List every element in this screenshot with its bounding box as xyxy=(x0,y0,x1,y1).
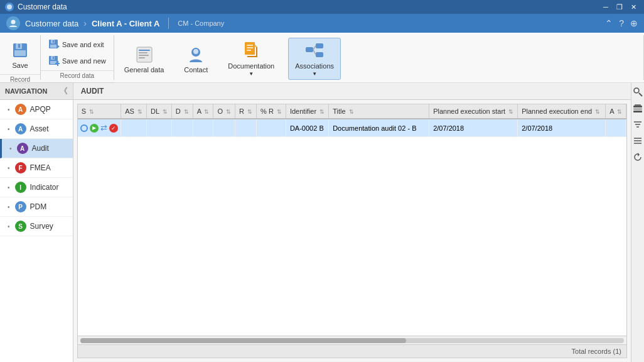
table-footer: Total records (1) xyxy=(78,344,626,358)
sidebar-item-audit[interactable]: • A Audit xyxy=(0,139,73,158)
search-zoom-button[interactable] xyxy=(631,85,644,98)
contact-button[interactable]: Contact xyxy=(178,42,214,76)
col-a: A ⇅ xyxy=(193,104,213,119)
svg-rect-12 xyxy=(53,57,54,59)
save-new-label: Save and new xyxy=(62,57,106,65)
svg-rect-29 xyxy=(316,52,323,57)
nav-label-pdm: PDM xyxy=(30,202,47,211)
cell-pct-r xyxy=(257,119,286,137)
menu-list-icon xyxy=(633,136,643,146)
ribbon-group-record-data-title: Record data xyxy=(41,70,114,80)
company-label: CM - Company xyxy=(178,19,224,27)
pdm-icon: P xyxy=(15,201,26,212)
sidebar-collapse-button[interactable]: 《 xyxy=(60,85,68,97)
contact-icon xyxy=(186,45,206,65)
asset-icon: A xyxy=(15,123,26,134)
save-exit-label: Save and exit xyxy=(62,41,104,48)
svg-rect-4 xyxy=(18,44,20,48)
save-exit-button[interactable]: Save and exit xyxy=(45,38,110,52)
svg-rect-37 xyxy=(633,111,642,112)
svg-rect-20 xyxy=(139,57,145,58)
status-radio-icon xyxy=(80,124,88,132)
right-toolbar xyxy=(631,83,644,362)
save-exit-icon xyxy=(48,39,60,50)
ribbon-group-se-suite-content: General data Contact xyxy=(114,35,643,82)
app-icon xyxy=(5,3,14,11)
ribbon-group-se-suite: General data Contact xyxy=(114,35,644,80)
content-area: AUDIT S ⇅ AS ⇅ DL ⇅ D ⇅ A ⇅ O ⇅ R ⇅ % xyxy=(73,83,631,362)
menu-list-button[interactable] xyxy=(631,134,644,147)
nav-bullet: • xyxy=(8,184,10,191)
general-data-button[interactable]: General data xyxy=(118,42,171,76)
search-zoom-icon xyxy=(633,87,643,97)
breadcrumb-root[interactable]: Customer data xyxy=(25,19,78,28)
documentation-button[interactable]: Documentation ▼ xyxy=(222,38,281,79)
status-play-icon: ▶ xyxy=(90,124,99,133)
ribbon-group-record-content: Save xyxy=(0,35,40,74)
cell-r xyxy=(235,119,257,137)
collapse-button[interactable]: ⌃ xyxy=(605,18,613,28)
nav-bullet: • xyxy=(8,126,10,133)
documentation-icon xyxy=(241,41,261,61)
cell-as xyxy=(121,119,147,137)
svg-rect-25 xyxy=(247,47,253,48)
svg-point-1 xyxy=(11,20,16,25)
customer-icon xyxy=(6,16,20,30)
sidebar-item-indicator[interactable]: • I Indicator xyxy=(0,178,73,197)
cell-planned-end: 2/07/2018 xyxy=(518,119,606,137)
save-new-icon xyxy=(48,55,60,67)
col-as: AS ⇅ xyxy=(121,104,147,119)
layers-icon xyxy=(633,103,643,113)
sidebar-item-survey[interactable]: • S Survey xyxy=(0,217,73,236)
close-button[interactable]: ✕ xyxy=(628,3,639,11)
svg-rect-35 xyxy=(633,106,642,107)
audit-table: S ⇅ AS ⇅ DL ⇅ D ⇅ A ⇅ O ⇅ R ⇅ % R ⇅ Iden… xyxy=(78,104,626,137)
title-bar-title: Customer data xyxy=(18,3,67,11)
horizontal-scrollbar[interactable] xyxy=(78,336,626,344)
col-pct-r: % R ⇅ xyxy=(257,104,286,119)
col-planned-start: Planned execution start ⇅ xyxy=(429,104,518,119)
maximize-button[interactable]: ❐ xyxy=(614,3,625,11)
sidebar-item-asset[interactable]: • A Asset xyxy=(0,119,73,139)
title-bar: Customer data ─ ❐ ✕ xyxy=(0,0,644,14)
cell-s: ▶ ⇄ ✓ xyxy=(78,119,121,136)
svg-line-30 xyxy=(313,46,316,50)
svg-point-22 xyxy=(193,49,198,54)
sidebar-item-fmea[interactable]: • F FMEA xyxy=(0,158,73,178)
sidebar-title: NAVIGATION xyxy=(5,87,47,95)
sidebar-item-pdm[interactable]: • P PDM xyxy=(0,197,73,217)
svg-rect-8 xyxy=(53,40,54,43)
associations-chevron: ▼ xyxy=(312,71,317,77)
col-r: R ⇅ xyxy=(235,104,257,119)
contact-label: Contact xyxy=(184,66,208,74)
ribbon-group-record-data-content: Save and exit Save and new xyxy=(41,35,114,70)
scrollbar-thumb xyxy=(80,338,407,343)
breadcrumb-separator: › xyxy=(83,18,87,28)
nav-bullet: • xyxy=(8,106,10,113)
filter-list-button[interactable] xyxy=(631,118,644,131)
title-bar-left: Customer data xyxy=(5,3,67,11)
address-bar: Customer data › Client A - Client A CM -… xyxy=(0,14,644,33)
scrollbar-track xyxy=(80,338,624,343)
refresh-button[interactable] xyxy=(631,151,644,163)
svg-rect-17 xyxy=(139,50,150,51)
sidebar-item-apqp[interactable]: • A APQP xyxy=(0,100,73,119)
minimize-button[interactable]: ─ xyxy=(600,3,611,11)
table-row[interactable]: ▶ ⇄ ✓ DA-0002 B Docu xyxy=(78,119,626,137)
svg-line-31 xyxy=(313,50,316,55)
associations-icon xyxy=(304,41,325,61)
refresh-icon xyxy=(633,152,643,162)
cell-o xyxy=(213,119,235,137)
layers-button[interactable] xyxy=(631,102,644,114)
save-new-button[interactable]: Save and new xyxy=(45,54,110,68)
associations-button[interactable]: Associations ▼ xyxy=(288,38,341,80)
table-scroll[interactable]: S ⇅ AS ⇅ DL ⇅ D ⇅ A ⇅ O ⇅ R ⇅ % R ⇅ Iden… xyxy=(78,104,626,336)
documentation-chevron: ▼ xyxy=(249,71,254,77)
settings-button[interactable]: ⊕ xyxy=(630,18,638,28)
survey-icon: S xyxy=(15,221,26,232)
help-button[interactable]: ? xyxy=(619,18,624,28)
save-button[interactable]: Save xyxy=(4,38,36,72)
svg-point-34 xyxy=(635,89,638,92)
nav-label-audit: Audit xyxy=(32,144,49,153)
audit-table-wrapper: S ⇅ AS ⇅ DL ⇅ D ⇅ A ⇅ O ⇅ R ⇅ % R ⇅ Iden… xyxy=(77,104,627,358)
